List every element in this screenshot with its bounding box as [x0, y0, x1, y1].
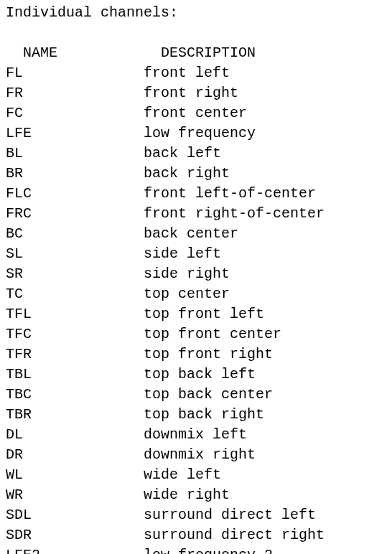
channel-name: FR [6, 83, 144, 103]
channel-name: BR [6, 164, 144, 184]
channel-description: side left [144, 244, 221, 264]
channel-row: FLCfront left-of-center [6, 184, 386, 204]
channel-description: side right [144, 264, 230, 284]
channel-list: FLfront leftFRfront rightFCfront centerL… [6, 63, 386, 554]
channel-name: SR [6, 264, 144, 284]
channel-name: WR [6, 485, 144, 505]
channel-row: TFCtop front center [6, 324, 386, 344]
channel-row: FCfront center [6, 103, 386, 123]
channel-row: TBRtop back right [6, 405, 386, 425]
channel-row: TBLtop back left [6, 365, 386, 385]
channel-row: SLside left [6, 244, 386, 264]
channel-description: wide right [144, 485, 230, 505]
channel-description: front left-of-center [144, 184, 316, 204]
channel-name: TC [6, 284, 144, 304]
channel-name: FLC [6, 184, 144, 204]
section-title: Individual channels: [6, 3, 386, 23]
channel-description: top back center [144, 385, 273, 405]
channel-name: BL [6, 144, 144, 164]
channel-description: front left [144, 63, 230, 83]
channel-row: WRwide right [6, 485, 386, 505]
channel-description: front center [144, 103, 247, 123]
channel-name: FRC [6, 204, 144, 224]
channel-name: LFE2 [6, 545, 144, 554]
channel-row: FRfront right [6, 83, 386, 103]
channel-description: front right-of-center [144, 204, 325, 224]
channel-row: LFElow frequency [6, 123, 386, 144]
channel-name: FC [6, 103, 144, 123]
channel-description: low frequency 2 [144, 545, 273, 554]
channel-description: surround direct left [144, 505, 316, 525]
channel-description: downmix left [144, 425, 247, 445]
channel-name: DL [6, 425, 144, 445]
channel-name: SL [6, 244, 144, 264]
channel-row: BRback right [6, 164, 386, 184]
channel-name: FL [6, 63, 144, 83]
channel-description: top back right [144, 405, 264, 425]
table-header: NAMEDESCRIPTION [6, 23, 386, 63]
header-name: NAME [23, 43, 161, 63]
channel-row: DRdownmix right [6, 445, 386, 465]
channel-description: top front left [144, 304, 264, 324]
channel-name: TBR [6, 405, 144, 425]
channel-description: downmix right [144, 445, 256, 465]
channel-description: back right [144, 164, 230, 184]
channel-row: TFRtop front right [6, 344, 386, 365]
channel-row: SDLsurround direct left [6, 505, 386, 525]
channel-row: FLfront left [6, 63, 386, 83]
channel-description: top front center [144, 324, 281, 344]
channel-name: TFL [6, 304, 144, 324]
channel-name: LFE [6, 123, 144, 144]
channel-description: top center [144, 284, 230, 304]
channel-name: TBL [6, 365, 144, 385]
channel-description: surround direct right [144, 525, 325, 545]
channel-description: back left [144, 144, 221, 164]
channel-row: FRCfront right-of-center [6, 204, 386, 224]
channel-description: top back left [144, 365, 256, 385]
channel-name: WL [6, 465, 144, 485]
header-description: DESCRIPTION [161, 43, 256, 63]
channel-row: BLback left [6, 144, 386, 164]
channel-name: DR [6, 445, 144, 465]
channel-name: TFR [6, 344, 144, 365]
channel-description: front right [144, 83, 238, 103]
channel-name: TBC [6, 385, 144, 405]
channel-row: TBCtop back center [6, 385, 386, 405]
channel-description: low frequency [144, 123, 256, 144]
channel-row: DLdownmix left [6, 425, 386, 445]
channel-name: BC [6, 224, 144, 244]
channel-description: top front right [144, 344, 273, 365]
channel-name: TFC [6, 324, 144, 344]
channel-row: WLwide left [6, 465, 386, 485]
channel-row: LFE2low frequency 2 [6, 545, 386, 554]
channel-name: SDL [6, 505, 144, 525]
channel-description: back center [144, 224, 238, 244]
channel-row: TFLtop front left [6, 304, 386, 324]
channel-name: SDR [6, 525, 144, 545]
channel-row: SRside right [6, 264, 386, 284]
channel-row: SDRsurround direct right [6, 525, 386, 545]
channel-description: wide left [144, 465, 221, 485]
channel-row: TCtop center [6, 284, 386, 304]
channel-row: BCback center [6, 224, 386, 244]
